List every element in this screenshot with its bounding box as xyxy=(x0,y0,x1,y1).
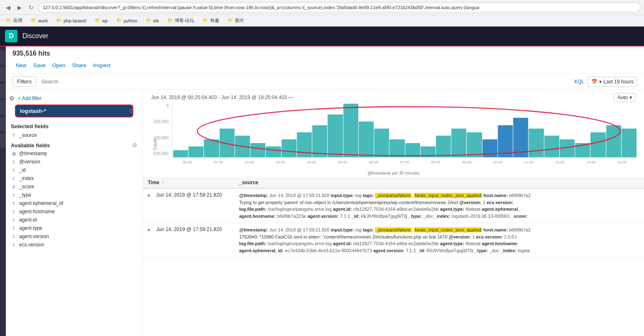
chart-x-label: 14:00 xyxy=(606,160,637,164)
search-input[interactable] xyxy=(39,77,571,86)
field-type-icon-date: ◷ xyxy=(11,151,17,156)
sidebar-icon-5[interactable] xyxy=(0,117,6,131)
field-type-icon-t9: t xyxy=(11,234,17,239)
chart-bar xyxy=(405,143,420,157)
expand-row-2-button[interactable]: ▶ xyxy=(148,226,156,254)
chart-bar xyxy=(606,125,621,157)
back-button[interactable]: ◀ xyxy=(3,3,12,12)
kibana-main-content: 935,516 hits New Save Open Share Inspect… xyxy=(0,46,644,336)
chart-bar xyxy=(204,139,219,157)
bookmark-youqu[interactable]: 有趣 xyxy=(199,17,223,24)
field-name-ecs-version: ecs.version xyxy=(19,242,44,248)
bookmark-tupian[interactable]: 图片 xyxy=(224,17,247,24)
new-link[interactable]: New xyxy=(12,61,30,70)
field-item-source[interactable]: ? _source xyxy=(6,131,142,139)
bookmark-label: 博客-论坛 xyxy=(175,17,195,24)
available-fields-settings-icon[interactable]: ⚙ xyxy=(132,142,137,149)
field-panel: ⚙ + Add filter logstash-* ⓘ Selected fie… xyxy=(6,90,143,336)
filter-settings-icon[interactable]: ⚙ xyxy=(9,95,15,102)
chart-container: Count 600,000 400,000 200,000 0 00:0001:… xyxy=(149,104,637,170)
chart-bar xyxy=(544,136,559,157)
field-name-agent-id: agent.id xyxy=(19,217,37,223)
save-link[interactable]: Save xyxy=(30,61,49,70)
field-item-score[interactable]: # _score xyxy=(6,183,142,191)
content-body: ⚙ + Add filter logstash-* ⓘ Selected fie… xyxy=(6,90,644,336)
action-bar: New Save Open Share Inspect xyxy=(6,59,644,74)
bookmark-label: work xyxy=(38,18,48,23)
chart-bar xyxy=(282,139,296,157)
field-item-index[interactable]: t _index xyxy=(6,174,142,183)
field-item-agent-ephemeral[interactable]: t agent.ephemeral_id xyxy=(6,199,142,207)
kql-badge[interactable]: KQL xyxy=(574,79,584,85)
field-type-icon-t7: t xyxy=(11,218,17,222)
chart-x-label: 09:00 xyxy=(451,160,482,164)
table-row: ▶ Jun 14, 2019 @ 17:59:21.820 @timestamp… xyxy=(143,223,644,258)
bookmark-wp[interactable]: wp xyxy=(91,17,111,24)
field-item-id[interactable]: t _id xyxy=(6,166,142,174)
field-item-agent-version[interactable]: t agent.version xyxy=(6,232,142,241)
sidebar-icon-2[interactable] xyxy=(0,67,6,82)
field-type-icon-t2: t xyxy=(11,168,17,173)
app-title: Discover xyxy=(22,32,48,40)
field-item-version[interactable]: t @version xyxy=(6,158,142,166)
bookmark-elk[interactable]: elk xyxy=(142,17,162,24)
bookmark-python[interactable]: python xyxy=(113,17,141,24)
chart-x-label: 06:00 xyxy=(358,160,389,164)
sidebar-icon-6[interactable] xyxy=(0,133,6,148)
chart-bar xyxy=(359,122,374,157)
available-fields-header: Available fields ⚙ xyxy=(6,139,142,149)
field-name-timestamp: @timestamp xyxy=(19,151,47,156)
row-1-source-line-3: log.file.path: /var/log/nginx/pangshu.er… xyxy=(239,206,639,213)
field-item-agent-hostname[interactable]: t agent.hostname xyxy=(6,207,142,216)
sidebar-icon-4[interactable] xyxy=(0,100,6,115)
url-bar[interactable]: 127.0.0.1:5601/app/kibana#/discover?_g=(… xyxy=(38,2,641,12)
row-2-time: Jun 14, 2019 @ 17:59:21.820 xyxy=(156,226,239,254)
chart-x-label: 07:00 xyxy=(389,160,420,164)
row-2-source-line-1: @timestamp: Jun 14, 2019 @ 17:59:21.820 … xyxy=(239,226,639,234)
add-filter-button[interactable]: + Add filter xyxy=(16,95,43,102)
index-pattern-item[interactable]: logstash-* xyxy=(16,105,132,117)
chart-x-label: 13:00 xyxy=(575,160,607,164)
field-item-agent-type[interactable]: t agent.type xyxy=(6,224,142,232)
field-item-ecs-version[interactable]: t ecs.version xyxy=(6,241,142,249)
main-panel: 935,516 hits New Save Open Share Inspect… xyxy=(6,46,644,336)
chart-inner xyxy=(172,104,637,158)
kibana-app: D Discover 935,516 hits New Save Open xyxy=(0,27,644,336)
row-1-source-line-1: @timestamp: Jun 14, 2019 @ 17:59:21.820 … xyxy=(239,192,639,199)
chart-bar xyxy=(560,139,575,157)
filters-button[interactable]: Filters xyxy=(12,76,36,87)
field-name-agent-ephemeral: agent.ephemeral_id xyxy=(19,200,63,206)
field-item-agent-id[interactable]: t agent.id xyxy=(6,216,142,224)
bookmark-label: 有趣 xyxy=(210,17,219,24)
y-label-1: 400,000 xyxy=(149,136,170,140)
field-name-agent-type: agent.type xyxy=(19,225,42,231)
y-label-2: 200,000 xyxy=(149,119,170,124)
field-name-agent-version: agent.version xyxy=(19,234,49,239)
expand-row-1-button[interactable]: ▶ xyxy=(148,192,156,219)
chart-bar xyxy=(622,129,637,157)
results-table: Time ↕ _source ▶ Jun 14, 2019 @ 17:59:21… xyxy=(143,177,644,336)
sidebar-icon-1[interactable] xyxy=(0,50,6,65)
forward-button[interactable]: ▶ xyxy=(15,3,24,12)
sidebar-icon-3[interactable] xyxy=(0,83,6,98)
chart-bar xyxy=(529,129,544,157)
refresh-button[interactable]: ↻ xyxy=(27,3,36,12)
bookmark-yingyong[interactable]: 应用 xyxy=(2,17,26,24)
chart-bar xyxy=(173,150,188,157)
bookmark-work[interactable]: work xyxy=(27,17,51,24)
open-link[interactable]: Open xyxy=(49,61,69,70)
field-item-timestamp[interactable]: ◷ @timestamp xyxy=(6,149,142,158)
bookmark-blog[interactable]: 博客-论坛 xyxy=(164,17,198,24)
share-link[interactable]: Share xyxy=(69,61,90,70)
field-item-type[interactable]: t _type xyxy=(6,191,142,199)
chart-x-label: 01:00 xyxy=(203,160,234,164)
chart-bar xyxy=(328,114,343,157)
row-2-source-line-2: 17639#0: *10980 FastCGI sent in stderr: … xyxy=(239,234,639,241)
chart-bar xyxy=(189,146,203,157)
bookmark-php-laravel[interactable]: php-laravel xyxy=(53,17,89,24)
col-header-time[interactable]: Time ↕ xyxy=(148,180,239,185)
inspect-link[interactable]: Inspect xyxy=(90,61,114,70)
chart-interval-select[interactable]: Auto ▾ xyxy=(614,93,636,102)
chart-bar xyxy=(451,129,466,157)
time-picker[interactable]: 📅 ▾ Last 19 hours xyxy=(588,77,637,87)
